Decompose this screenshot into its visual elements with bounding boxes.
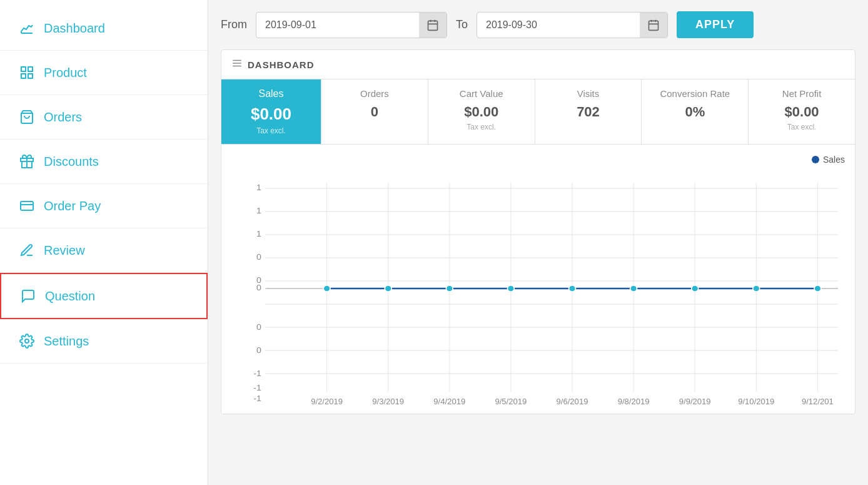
stat-cell-visits: Visits 702 (535, 79, 642, 144)
stat-cell-cart-value: Cart Value $0.00 Tax excl. (428, 79, 535, 144)
svg-point-56 (507, 285, 514, 292)
svg-text:-1: -1 (253, 394, 261, 403)
svg-point-61 (814, 285, 821, 292)
dollar-icon (19, 198, 35, 214)
stat-label-conversion-rate: Conversion Rate (648, 88, 742, 99)
svg-text:9/2/2019: 9/2/2019 (311, 397, 343, 406)
svg-point-55 (446, 285, 453, 292)
calendar-icon (426, 19, 439, 31)
svg-rect-9 (21, 202, 33, 210)
gear-icon (19, 333, 35, 349)
stat-value-orders: 0 (328, 104, 421, 120)
chart-line-icon (19, 20, 35, 36)
shopping-bag-icon (19, 109, 35, 125)
from-date-input[interactable] (256, 13, 419, 37)
to-date-input-wrap (477, 12, 668, 38)
stat-label-cart-value: Cart Value (435, 88, 528, 99)
filter-row: From To (221, 11, 855, 38)
to-date-input[interactable] (477, 13, 640, 37)
stat-value-cart-value: $0.00 (435, 104, 528, 120)
stat-value-sales: $0.00 (228, 105, 315, 124)
apply-button[interactable]: APPLY (677, 11, 754, 38)
sidebar-item-label-settings: Settings (44, 334, 89, 349)
svg-point-57 (569, 285, 576, 292)
svg-text:9/6/2019: 9/6/2019 (557, 397, 588, 406)
dashboard-title: DASHBOARD (248, 59, 315, 70)
svg-text:9/4/2019: 9/4/2019 (433, 397, 465, 406)
main-content: From To (208, 0, 868, 485)
stat-cell-conversion-rate: Conversion Rate 0% (642, 79, 749, 144)
stat-label-visits: Visits (542, 88, 635, 99)
dashboard-header: DASHBOARD (221, 50, 855, 79)
stat-value-conversion-rate: 0% (648, 104, 742, 120)
svg-text:9/12/201: 9/12/201 (802, 397, 834, 406)
hamburger-icon (231, 58, 243, 71)
stat-value-net-profit: $0.00 (755, 104, 849, 120)
sidebar-item-label-dashboard: Dashboard (44, 21, 105, 36)
svg-point-11 (25, 339, 29, 343)
chart-legend: Sales (231, 155, 845, 165)
svg-point-54 (385, 285, 391, 292)
sidebar-item-label-product: Product (44, 66, 87, 80)
from-label: From (221, 18, 247, 31)
sidebar: Dashboard Product Orders (0, 0, 208, 485)
calendar-icon-2 (647, 19, 660, 31)
stat-sub-sales: Tax excl. (228, 126, 315, 135)
stats-row: Sales $0.00 Tax excl. Orders 0 Cart Valu… (221, 79, 855, 145)
dashboard-panel: DASHBOARD Sales $0.00 Tax excl. Orders 0… (221, 49, 855, 414)
to-calendar-button[interactable] (640, 13, 667, 38)
svg-rect-12 (428, 21, 438, 30)
svg-rect-3 (28, 67, 33, 71)
stat-value-visits: 702 (542, 104, 635, 120)
svg-text:-1: -1 (253, 384, 261, 392)
from-calendar-button[interactable] (419, 13, 447, 38)
sidebar-item-label-discounts: Discounts (44, 155, 99, 169)
grid-icon (19, 64, 35, 81)
sidebar-item-label-order-pay: Order Pay (44, 199, 101, 213)
edit-icon (19, 242, 35, 258)
legend-label-sales: Sales (823, 155, 845, 165)
stat-sub-net-profit: Tax excl. (755, 123, 849, 131)
svg-point-59 (692, 285, 699, 292)
svg-point-60 (753, 285, 760, 292)
sidebar-item-question[interactable]: Question (0, 273, 208, 319)
svg-text:9/9/2019: 9/9/2019 (679, 397, 711, 406)
svg-rect-16 (649, 21, 659, 30)
svg-text:0: 0 (256, 283, 261, 292)
sidebar-item-product[interactable]: Product (0, 51, 208, 95)
chart-container: 1 1 1 0 0 0 0 0 -1 -1 -1 (231, 170, 845, 407)
legend-dot-sales (812, 156, 819, 163)
sidebar-item-dashboard[interactable]: Dashboard (0, 6, 208, 51)
svg-text:9/3/2019: 9/3/2019 (372, 397, 404, 406)
stat-label-sales: Sales (228, 88, 315, 100)
sidebar-item-label-review: Review (44, 243, 85, 258)
to-label: To (456, 18, 468, 31)
svg-text:-1: -1 (253, 369, 261, 378)
from-date-input-wrap (256, 12, 447, 38)
sidebar-item-review[interactable]: Review (0, 228, 208, 273)
sidebar-item-settings[interactable]: Settings (0, 319, 208, 364)
chart-area: Sales 1 1 (221, 145, 855, 414)
svg-text:9/8/2019: 9/8/2019 (618, 397, 650, 406)
svg-rect-2 (21, 67, 26, 71)
svg-point-53 (323, 285, 330, 292)
sidebar-item-discounts[interactable]: Discounts (0, 140, 208, 184)
svg-text:1: 1 (256, 207, 261, 215)
svg-text:0: 0 (256, 253, 261, 262)
svg-point-58 (630, 285, 637, 292)
gift-icon (19, 153, 35, 170)
stat-label-net-profit: Net Profit (755, 88, 849, 99)
sidebar-item-orders[interactable]: Orders (0, 95, 208, 140)
svg-rect-4 (21, 74, 26, 78)
svg-text:9/5/2019: 9/5/2019 (495, 397, 527, 406)
svg-rect-5 (28, 74, 33, 78)
svg-text:1: 1 (256, 183, 261, 192)
stat-cell-net-profit: Net Profit $0.00 Tax excl. (749, 79, 855, 144)
sidebar-item-label-question: Question (45, 289, 95, 304)
stat-cell-orders: Orders 0 (321, 79, 428, 144)
sales-chart: 1 1 1 0 0 0 0 0 -1 -1 -1 (231, 170, 845, 407)
stat-sub-cart-value: Tax excl. (435, 123, 528, 131)
sidebar-item-order-pay[interactable]: Order Pay (0, 184, 208, 228)
stat-cell-sales: Sales $0.00 Tax excl. (221, 79, 321, 144)
svg-text:0: 0 (256, 323, 261, 332)
